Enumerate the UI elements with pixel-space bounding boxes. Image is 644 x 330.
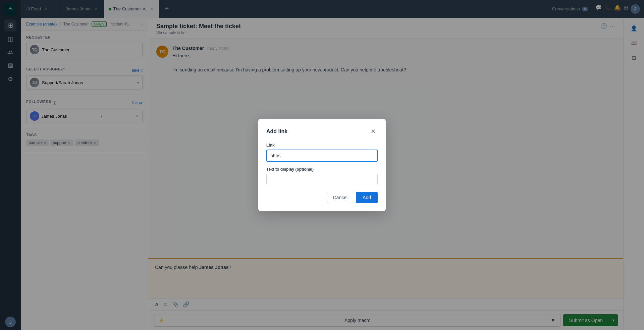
modal-header: Add link ✕ [266, 127, 378, 136]
modal-link-input[interactable] [266, 150, 378, 162]
modal-link-field: Link [266, 143, 378, 162]
modal-text-label: Text to display (optional) [266, 167, 378, 172]
modal-overlay[interactable]: Add link ✕ Link Text to display (optiona… [0, 0, 644, 330]
cancel-button[interactable]: Cancel [327, 192, 353, 203]
add-link-modal: Add link ✕ Link Text to display (optiona… [258, 119, 386, 211]
modal-link-label: Link [266, 143, 378, 148]
modal-title: Add link [266, 128, 287, 134]
modal-text-input[interactable] [266, 174, 378, 185]
modal-footer: Cancel Add [266, 192, 378, 203]
add-button[interactable]: Add [356, 192, 378, 203]
modal-text-field: Text to display (optional) [266, 167, 378, 185]
modal-close-button[interactable]: ✕ [368, 127, 378, 136]
